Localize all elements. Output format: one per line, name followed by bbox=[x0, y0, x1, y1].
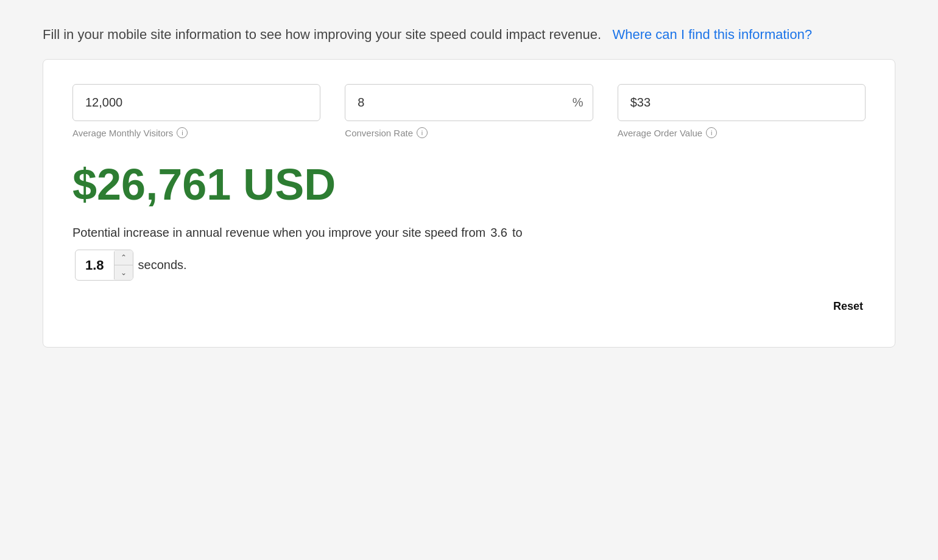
conversion-input[interactable] bbox=[345, 84, 593, 121]
stepper-decrement-button[interactable]: ⌄ bbox=[115, 265, 133, 280]
chevron-down-icon: ⌄ bbox=[121, 269, 127, 276]
inputs-row: Average Monthly Visitors i % Conversion … bbox=[72, 84, 866, 138]
main-card: Average Monthly Visitors i % Conversion … bbox=[43, 59, 895, 348]
intro-text-static: Fill in your mobile site information to … bbox=[43, 27, 601, 42]
reset-row: Reset bbox=[72, 295, 866, 318]
chevron-up-icon: ⌃ bbox=[121, 254, 127, 261]
visitors-label: Average Monthly Visitors i bbox=[72, 127, 320, 138]
visitors-field-wrapper bbox=[72, 84, 320, 121]
stepper-value-display: 1.8 bbox=[76, 251, 115, 279]
result-section: $26,761 USD Potential increase in annual… bbox=[72, 163, 866, 318]
speed-stepper: 1.8 ⌃ ⌄ bbox=[75, 250, 133, 281]
description-line1: Potential increase in annual revenue whe… bbox=[72, 226, 866, 240]
stepper-increment-button[interactable]: ⌃ bbox=[115, 250, 133, 265]
conversion-info-icon[interactable]: i bbox=[417, 127, 428, 138]
find-info-link[interactable]: Where can I find this information? bbox=[612, 27, 812, 42]
stepper-buttons: ⌃ ⌄ bbox=[115, 250, 133, 280]
order-value-input[interactable] bbox=[618, 84, 866, 121]
visitors-group: Average Monthly Visitors i bbox=[72, 84, 320, 138]
order-value-label: Average Order Value i bbox=[618, 127, 866, 138]
revenue-display: $26,761 USD bbox=[72, 163, 866, 206]
current-speed-value: 3.6 bbox=[490, 226, 507, 240]
second-line: 1.8 ⌃ ⌄ seconds. bbox=[72, 250, 866, 281]
reset-button[interactable]: Reset bbox=[831, 295, 866, 318]
conversion-group: % Conversion Rate i bbox=[345, 84, 593, 138]
conversion-field-wrapper: % bbox=[345, 84, 593, 121]
page-wrapper: Fill in your mobile site information to … bbox=[43, 24, 895, 348]
conversion-label: Conversion Rate i bbox=[345, 127, 593, 138]
order-value-group: Average Order Value i bbox=[618, 84, 866, 138]
visitors-input[interactable] bbox=[72, 84, 320, 121]
order-field-wrapper bbox=[618, 84, 866, 121]
order-value-info-icon[interactable]: i bbox=[706, 127, 717, 138]
visitors-info-icon[interactable]: i bbox=[177, 127, 188, 138]
seconds-label: seconds. bbox=[138, 258, 187, 272]
intro-paragraph: Fill in your mobile site information to … bbox=[43, 24, 895, 44]
